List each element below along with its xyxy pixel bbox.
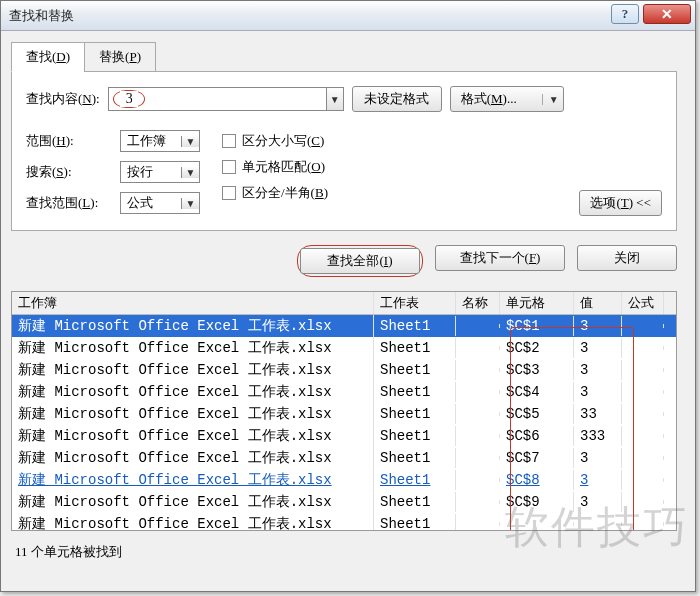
tab-find[interactable]: 查找(D) (11, 42, 85, 72)
table-row[interactable]: 新建 Microsoft Office Excel 工作表.xlsxSheet1… (12, 491, 676, 513)
tab-replace-label: 替换(P) (99, 49, 141, 64)
table-row[interactable]: 新建 Microsoft Office Excel 工作表.xlsxSheet1… (12, 447, 676, 469)
results-header[interactable]: 工作簿 工作表 名称 单元格 值 公式 (12, 292, 676, 315)
col-workbook[interactable]: 工作簿 (12, 292, 374, 314)
tab-replace[interactable]: 替换(P) (84, 42, 156, 72)
match-entire-label: 单元格匹配(O) (242, 158, 325, 176)
help-button[interactable]: ? (611, 4, 639, 24)
find-panel: 查找内容(N): ▼ 未设定格式 格式(M)... ▼ 范围(H) (11, 71, 677, 231)
match-width-checkbox[interactable] (222, 186, 236, 200)
scope-label: 范围(H): (26, 132, 112, 150)
col-name[interactable]: 名称 (456, 292, 500, 314)
table-row[interactable]: 新建 Microsoft Office Excel 工作表.xlsxSheet1… (12, 425, 676, 447)
status-bar: 11 个单元格被找到 (11, 537, 677, 567)
chevron-down-icon[interactable]: ▼ (181, 167, 199, 178)
col-cell[interactable]: 单元格 (500, 292, 574, 314)
lookin-select[interactable]: 公式 ▼ (120, 192, 200, 214)
window-close-button[interactable]: ✕ (643, 4, 691, 24)
lookin-label: 查找范围(L): (26, 194, 112, 212)
no-format-label: 未设定格式 (352, 86, 442, 112)
options-button[interactable]: 选项(T) << (579, 190, 662, 216)
tab-find-label: 查找(D) (26, 49, 70, 64)
find-what-label: 查找内容(N): (26, 90, 100, 108)
match-case-checkbox[interactable] (222, 134, 236, 148)
find-what-combo[interactable]: ▼ (108, 87, 344, 111)
direction-label: 搜索(S): (26, 163, 112, 181)
table-row[interactable]: 新建 Microsoft Office Excel 工作表.xlsxSheet1… (12, 359, 676, 381)
find-all-button[interactable]: 查找全部(I) (300, 248, 420, 274)
scope-select[interactable]: 工作簿 ▼ (120, 130, 200, 152)
col-value[interactable]: 值 (574, 292, 622, 314)
match-width-label: 区分全/半角(B) (242, 184, 328, 202)
dialog-title: 查找和替换 (9, 7, 74, 25)
find-what-input[interactable] (120, 91, 138, 107)
format-dropdown-icon[interactable]: ▼ (542, 94, 559, 105)
match-entire-checkbox[interactable] (222, 160, 236, 174)
direction-select[interactable]: 按行 ▼ (120, 161, 200, 183)
table-row[interactable]: 新建 Microsoft Office Excel 工作表.xlsxSheet1… (12, 337, 676, 359)
chevron-down-icon[interactable]: ▼ (181, 136, 199, 147)
close-button[interactable]: 关闭 (577, 245, 677, 271)
col-formula[interactable]: 公式 (622, 292, 664, 314)
table-row[interactable]: 新建 Microsoft Office Excel 工作表.xlsxSheet1… (12, 469, 676, 491)
find-replace-dialog: 查找和替换 ? ✕ 查找(D) 替换(P) 查找内容(N): (0, 0, 696, 592)
titlebar[interactable]: 查找和替换 ? ✕ (1, 1, 695, 31)
col-sheet[interactable]: 工作表 (374, 292, 456, 314)
format-button[interactable]: 格式(M)... ▼ (450, 86, 564, 112)
table-row[interactable]: 新建 Microsoft Office Excel 工作表.xlsxSheet1 (12, 513, 676, 531)
table-row[interactable]: 新建 Microsoft Office Excel 工作表.xlsxSheet1… (12, 315, 676, 337)
table-row[interactable]: 新建 Microsoft Office Excel 工作表.xlsxSheet1… (12, 381, 676, 403)
find-next-button[interactable]: 查找下一个(F) (435, 245, 565, 271)
chevron-down-icon[interactable]: ▼ (181, 198, 199, 209)
match-case-label: 区分大小写(C) (242, 132, 324, 150)
table-row[interactable]: 新建 Microsoft Office Excel 工作表.xlsxSheet1… (12, 403, 676, 425)
results-table[interactable]: 工作簿 工作表 名称 单元格 值 公式 新建 Microsoft Office … (11, 291, 677, 531)
find-what-dropdown-icon[interactable]: ▼ (326, 88, 343, 110)
